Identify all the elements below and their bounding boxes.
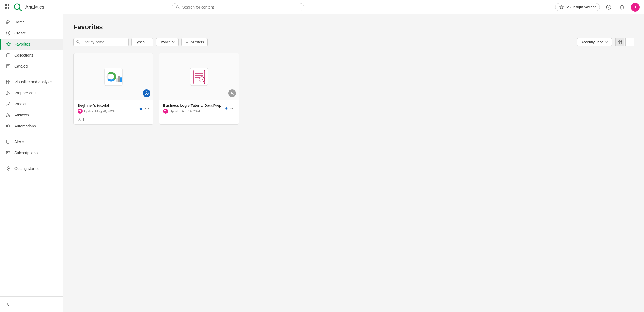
svg-point-30 (9, 116, 10, 117)
view-toggle: Recently used (577, 38, 634, 46)
sidebar-item-alerts[interactable]: Alerts (0, 136, 63, 147)
sidebar-item-predict[interactable]: Predict (0, 98, 63, 110)
svg-rect-3 (8, 7, 9, 9)
catalog-icon (6, 63, 11, 69)
card-info-business: Business Logic Tutorial Data Prep TL Upd… (163, 103, 222, 114)
svg-line-26 (7, 92, 8, 94)
sidebar-item-favorites[interactable]: Favorites (0, 39, 63, 50)
sidebar-item-create[interactable]: Create (0, 28, 63, 39)
svg-rect-21 (6, 82, 8, 84)
filter-search[interactable] (73, 38, 129, 46)
insight-advisor-icon (559, 5, 564, 9)
svg-point-29 (6, 116, 7, 117)
card-views-beginners: 1 (74, 118, 153, 124)
svg-rect-60 (118, 76, 120, 82)
card-title-beginners: Beginner's tutorial (78, 103, 137, 108)
svg-rect-22 (9, 82, 10, 84)
card-beginners-tutorial[interactable]: Beginner's tutorial TL Updated Aug 28, 2… (73, 53, 153, 125)
collapse-icon (6, 302, 11, 307)
rocket-icon (6, 166, 11, 171)
svg-rect-34 (9, 125, 10, 127)
svg-point-65 (79, 119, 80, 120)
card-footer-business: Business Logic Tutorial Data Prep TL Upd… (159, 100, 239, 117)
header-right: Ask Insight Advisor ? TL (555, 3, 640, 12)
predict-icon (6, 101, 11, 107)
svg-point-42 (8, 168, 9, 169)
grid-menu-icon[interactable] (4, 4, 10, 10)
alerts-icon (6, 139, 11, 145)
star-icon (6, 41, 11, 47)
sort-chevron-icon (605, 40, 608, 44)
svg-rect-0 (5, 4, 7, 6)
svg-point-63 (146, 93, 147, 94)
sidebar-item-home[interactable]: Home (0, 17, 63, 28)
svg-rect-61 (120, 77, 122, 82)
page-title: Favorites (73, 23, 634, 31)
svg-rect-20 (9, 80, 10, 82)
svg-rect-1 (8, 4, 9, 6)
sidebar-item-subscriptions[interactable]: Subscriptions (0, 147, 63, 158)
card-footer-beginners: Beginner's tutorial TL Updated Aug 28, 2… (74, 100, 153, 117)
sort-button[interactable]: Recently used (577, 38, 612, 46)
svg-rect-66 (190, 68, 208, 86)
sidebar-item-getting-started[interactable]: Getting started (0, 163, 63, 174)
svg-rect-19 (6, 80, 8, 82)
types-chevron-icon (146, 40, 150, 44)
svg-rect-59 (116, 78, 118, 82)
app-type-badge (143, 89, 150, 97)
svg-point-10 (621, 9, 622, 10)
home-icon (6, 19, 11, 25)
more-button-business[interactable]: ··· (230, 106, 235, 111)
card-avatar-beginners: TL (78, 109, 83, 114)
filter-search-icon (76, 40, 80, 44)
create-icon (6, 30, 11, 36)
avatar[interactable]: TL (631, 3, 640, 12)
card-meta-beginners: TL Updated Aug 28, 2024 (78, 109, 137, 114)
sidebar-item-visualize[interactable]: Visualize and analyze (0, 76, 63, 87)
svg-point-36 (8, 124, 9, 125)
star-button-business[interactable]: ★ (224, 106, 228, 111)
sidebar: Home Create Favorites Collections (0, 14, 63, 312)
notifications-icon[interactable] (618, 3, 626, 12)
app-preview-icon (104, 67, 123, 87)
search-input[interactable] (182, 5, 300, 9)
sidebar-collapse-button[interactable] (0, 299, 63, 310)
svg-point-23 (8, 91, 9, 92)
sidebar-item-answers[interactable]: Answers (0, 110, 63, 121)
answers-icon (6, 112, 11, 118)
card-preview-beginners (74, 53, 153, 100)
list-view-button[interactable] (625, 38, 634, 46)
svg-point-28 (8, 113, 9, 114)
filter-name-input[interactable] (82, 40, 126, 44)
filter-bar: Types Owner All filters (73, 38, 634, 46)
svg-rect-14 (6, 54, 10, 57)
help-icon[interactable]: ? (604, 3, 613, 12)
types-filter-button[interactable]: Types (131, 38, 153, 46)
sidebar-item-prepare[interactable]: Prepare data (0, 87, 63, 98)
header-left: Analytics (4, 3, 44, 12)
svg-rect-51 (620, 42, 622, 44)
all-filters-icon (185, 40, 189, 44)
svg-point-24 (6, 94, 7, 95)
svg-rect-33 (6, 125, 8, 127)
svg-text:?: ? (608, 6, 609, 9)
svg-line-5 (19, 9, 21, 11)
qlik-logo (13, 3, 22, 12)
card-avatar-business: TL (163, 109, 168, 114)
insight-advisor-button[interactable]: Ask Insight Advisor (555, 3, 600, 11)
svg-rect-38 (6, 140, 10, 143)
star-button-beginners[interactable]: ★ (139, 106, 143, 111)
grid-view-button[interactable] (615, 38, 624, 46)
search-bar[interactable] (172, 3, 304, 11)
all-filters-button[interactable]: All filters (181, 38, 208, 46)
more-button-beginners[interactable]: ··· (145, 106, 149, 111)
svg-rect-49 (620, 40, 622, 42)
svg-line-44 (79, 42, 79, 43)
sidebar-item-automations[interactable]: Automations (0, 121, 63, 132)
sidebar-item-collections[interactable]: Collections (0, 50, 63, 61)
sidebar-item-catalog[interactable]: Catalog (0, 61, 63, 72)
views-icon (78, 118, 81, 122)
owner-filter-button[interactable]: Owner (156, 38, 179, 46)
card-business-logic[interactable]: Business Logic Tutorial Data Prep TL Upd… (159, 53, 239, 125)
svg-rect-50 (618, 42, 619, 44)
